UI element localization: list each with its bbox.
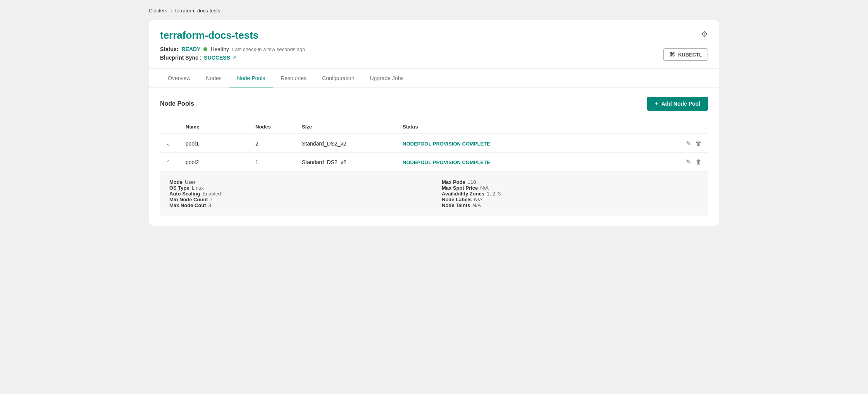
- gear-icon: ⚙: [701, 30, 708, 38]
- pool1-status: NODEPOOL PROVISION COMPLETE: [403, 141, 490, 147]
- last-checkin: Last check-in a few seconds ago: [232, 46, 305, 52]
- pool1-nodes: 2: [249, 134, 296, 153]
- details-right: Max Pods 110 Max Spot Price N/A: [442, 179, 699, 208]
- main-card: terraform-docs-tests Status: READY Healt…: [149, 20, 719, 226]
- pool2-delete-icon[interactable]: 🗑: [696, 159, 702, 166]
- tab-overview[interactable]: Overview: [160, 69, 198, 87]
- col-header-nodes: Nodes: [249, 120, 296, 134]
- expanded-details-pool2: Mode User OS Type Linux Auto: [160, 171, 708, 216]
- detail-availability-zones: Availability Zones 1, 2, 3: [442, 191, 699, 197]
- col-header-name: Name: [179, 120, 249, 134]
- expand-icon-pool2[interactable]: ⌃: [166, 159, 170, 165]
- pool2-actions: ✎ 🗑: [683, 158, 702, 166]
- detail-min-node-count: Min Node Count 1: [169, 197, 426, 202]
- cluster-meta: Status: READY Healthy Last check-in a fe…: [160, 46, 708, 61]
- pool2-size: Standard_DS2_v2: [296, 153, 396, 171]
- table-row: ⌄ pool1 2 Standard_DS2_v2 NODEPOOL PROVI…: [160, 134, 708, 153]
- terminal-icon: ⌘: [669, 51, 675, 58]
- pool2-edit-icon[interactable]: ✎: [686, 158, 691, 166]
- col-header-status: Status: [396, 120, 677, 134]
- tab-resources[interactable]: Resources: [273, 69, 314, 87]
- detail-node-taints: Node Taints N/A: [442, 202, 699, 208]
- detail-max-pods: Max Pods 110: [442, 179, 699, 185]
- details-grid: Mode User OS Type Linux Auto: [169, 179, 699, 208]
- breadcrumb-separator: ›: [170, 8, 172, 14]
- pool1-delete-icon[interactable]: 🗑: [696, 140, 702, 147]
- details-left: Mode User OS Type Linux Auto: [169, 179, 426, 208]
- node-pools-table: Name Nodes Size Status ⌄ pool1 2: [160, 120, 708, 216]
- pool2-status: NODEPOOL PROVISION COMPLETE: [403, 159, 490, 165]
- tabs-bar: Overview Nodes Node Pools Resources Conf…: [149, 69, 719, 87]
- kubectl-label: KUBECTL: [678, 52, 702, 58]
- blueprint-value: SUCCESS: [204, 55, 230, 61]
- section-header: Node Pools + Add Node Pool: [160, 97, 708, 111]
- status-row: Status: READY Healthy Last check-in a fe…: [160, 46, 708, 52]
- cluster-title: terraform-docs-tests: [160, 29, 708, 41]
- health-dot-icon: [203, 47, 207, 51]
- detail-os-type: OS Type Linux: [169, 185, 426, 191]
- pool2-name: pool2: [179, 153, 249, 171]
- pool2-nodes: 1: [249, 153, 296, 171]
- status-label: Status:: [160, 46, 178, 52]
- detail-auto-scaling: Auto Scaling Enabled: [169, 191, 426, 197]
- detail-node-labels: Node Labels N/A: [442, 197, 699, 202]
- settings-button[interactable]: ⚙: [701, 29, 708, 39]
- status-value: READY: [181, 46, 200, 52]
- add-node-pool-button[interactable]: + Add Node Pool: [647, 97, 708, 111]
- content-area: Node Pools + Add Node Pool Name Nodes Si…: [149, 87, 719, 226]
- add-node-pool-label: Add Node Pool: [661, 101, 700, 107]
- table-row: ⌃ pool2 1 Standard_DS2_v2 NODEPOOL PROVI…: [160, 153, 708, 171]
- col-header-expand: [160, 120, 179, 134]
- kubectl-button[interactable]: ⌘ KUBECTL: [663, 48, 708, 61]
- breadcrumb-parent[interactable]: Clusters: [149, 8, 167, 14]
- pool1-size: Standard_DS2_v2: [296, 134, 396, 153]
- pool1-actions: ✎ 🗑: [683, 140, 702, 147]
- expand-icon-pool1[interactable]: ⌄: [166, 141, 170, 147]
- tab-node-pools[interactable]: Node Pools: [229, 69, 273, 87]
- plus-icon: +: [655, 101, 658, 107]
- detail-mode: Mode User: [169, 179, 426, 185]
- breadcrumb-current: terraform-docs-tests: [175, 8, 220, 14]
- expanded-details-row: Mode User OS Type Linux Auto: [160, 171, 708, 217]
- section-title: Node Pools: [160, 100, 194, 107]
- tab-configuration[interactable]: Configuration: [314, 69, 362, 87]
- tab-upgrade-jobs[interactable]: Upgrade Jobs: [362, 69, 411, 87]
- blueprint-label: Blueprint Sync :: [160, 55, 202, 61]
- breadcrumb: Clusters › terraform-docs-tests: [149, 8, 719, 14]
- pool1-name: pool1: [179, 134, 249, 153]
- blueprint-row: Blueprint Sync : SUCCESS ↗: [160, 55, 708, 61]
- pool1-edit-icon[interactable]: ✎: [686, 140, 691, 147]
- detail-max-node-cout: Max Node Cout 3: [169, 202, 426, 208]
- tab-nodes[interactable]: Nodes: [198, 69, 229, 87]
- col-header-size: Size: [296, 120, 396, 134]
- col-header-actions: [677, 120, 708, 134]
- external-link-icon[interactable]: ↗: [232, 55, 236, 60]
- cluster-header: terraform-docs-tests Status: READY Healt…: [149, 20, 719, 69]
- health-text: Healthy: [210, 46, 229, 52]
- detail-max-spot-price: Max Spot Price N/A: [442, 185, 699, 191]
